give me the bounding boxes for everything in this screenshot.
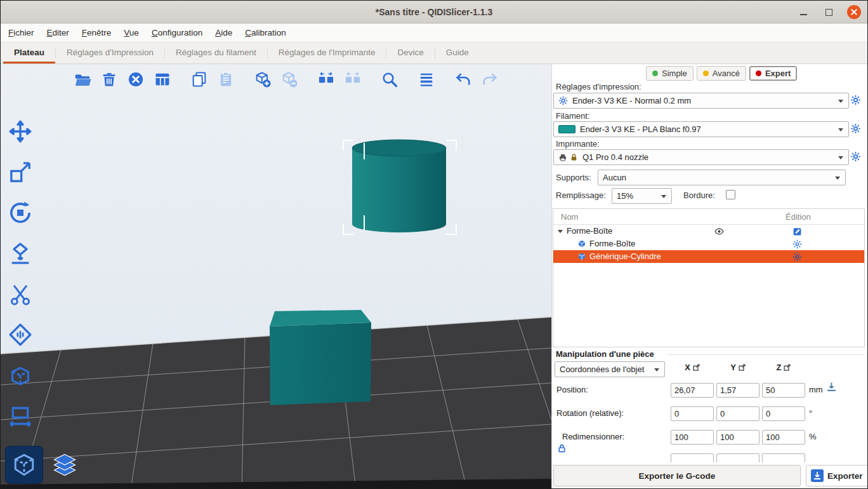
scale-unit: % bbox=[809, 432, 817, 441]
undo-button[interactable] bbox=[452, 68, 474, 91]
print-preset-combobox[interactable]: Ender-3 V3 KE - Normal 0.2 mm bbox=[553, 93, 849, 109]
printer-settings-gear-button[interactable] bbox=[850, 151, 862, 163]
gear-icon bbox=[558, 96, 568, 105]
part-row-generique-cylindre[interactable]: Générique-Cylindre bbox=[553, 250, 864, 263]
menu-calibration[interactable]: Calibration bbox=[239, 23, 293, 42]
menu-configuration[interactable]: Configuration bbox=[145, 23, 209, 42]
position-z-input[interactable] bbox=[762, 383, 805, 398]
gear-icon bbox=[850, 151, 861, 162]
menu-aide[interactable]: Aide bbox=[209, 23, 239, 42]
app-window: *Sans titre - QIDISlicer-1.1.3 Fichier E… bbox=[0, 0, 868, 489]
cylinder-object[interactable] bbox=[352, 140, 446, 232]
editor-3d-button[interactable] bbox=[6, 446, 43, 483]
undo-icon bbox=[454, 70, 472, 88]
main-area: Simple Avancé Expert Réglages d'impressi… bbox=[1, 64, 868, 489]
remove-instance-button[interactable] bbox=[279, 68, 300, 91]
side-panel: Simple Avancé Expert Réglages d'impressi… bbox=[551, 64, 868, 489]
axis-copy-icon[interactable] bbox=[693, 364, 700, 371]
redo-button[interactable] bbox=[479, 68, 501, 91]
filament-settings-gear-button[interactable] bbox=[850, 123, 862, 135]
arrange-button[interactable] bbox=[152, 68, 173, 91]
mode-expert-button[interactable]: Expert bbox=[749, 66, 797, 81]
menu-fichier[interactable]: Fichier bbox=[2, 23, 41, 42]
paste-button[interactable] bbox=[215, 68, 237, 91]
position-y-input[interactable] bbox=[716, 383, 760, 398]
scene-canvas[interactable] bbox=[1, 64, 551, 489]
uniform-scale-lock-icon[interactable] bbox=[557, 443, 567, 453]
drop-to-bed-icon[interactable] bbox=[826, 382, 837, 392]
simple-dot-icon bbox=[652, 70, 658, 76]
tab-plateau[interactable]: Plateau bbox=[3, 43, 55, 64]
position-unit: mm bbox=[809, 385, 823, 394]
delete-all-icon bbox=[127, 70, 145, 88]
part-row-forme-boite[interactable]: Forme-Boîte bbox=[553, 238, 864, 250]
mode-advanced-button[interactable]: Avancé bbox=[697, 66, 746, 81]
tab-guide[interactable]: Guide bbox=[435, 43, 480, 64]
preview-button[interactable] bbox=[46, 446, 83, 483]
export-icon bbox=[811, 469, 824, 482]
place-on-face-icon bbox=[8, 241, 33, 266]
rotate-icon bbox=[8, 200, 33, 225]
copy-button[interactable] bbox=[188, 68, 210, 91]
rotation-z-input[interactable] bbox=[762, 406, 805, 421]
rotation-x-input[interactable] bbox=[671, 406, 714, 421]
coordinate-system-combobox[interactable]: Coordonnées de l'objet bbox=[555, 361, 665, 377]
menu-editer[interactable]: Editer bbox=[41, 23, 76, 42]
delete-all-button[interactable] bbox=[125, 68, 147, 91]
mirror-button[interactable] bbox=[6, 401, 35, 431]
scale-z-input[interactable] bbox=[762, 430, 805, 445]
axis-copy-icon[interactable] bbox=[784, 364, 791, 371]
tab-reglages-imprimante[interactable]: Réglages de l'Imprimante bbox=[268, 43, 386, 64]
measure-button[interactable] bbox=[6, 361, 35, 390]
expander-icon[interactable] bbox=[558, 230, 563, 233]
axis-y-header: Y bbox=[716, 363, 760, 372]
window-controls bbox=[796, 1, 861, 23]
edit-object-icon[interactable] bbox=[792, 227, 802, 236]
supports-combobox[interactable]: Aucun bbox=[598, 170, 846, 185]
filament-preset-combobox[interactable]: Ender-3 V3 KE - PLA Blanc f0.97 bbox=[553, 121, 849, 137]
object-list: Nom Édition Forme-Boîte Forme-Boîte Géné bbox=[553, 208, 865, 347]
layers-icon bbox=[418, 70, 435, 88]
editor-3d-cube-icon bbox=[10, 451, 38, 479]
minimize-button[interactable] bbox=[796, 5, 810, 19]
object-row-forme-boite[interactable]: Forme-Boîte bbox=[553, 225, 864, 238]
infill-combobox[interactable]: 15% bbox=[612, 188, 672, 204]
printer-preset-combobox[interactable]: Q1 Pro 0.4 nozzle bbox=[553, 149, 849, 165]
add-instance-button[interactable] bbox=[252, 68, 273, 91]
mode-simple-button[interactable]: Simple bbox=[646, 66, 694, 81]
part-settings-gear-icon[interactable] bbox=[792, 252, 802, 262]
axis-copy-icon[interactable] bbox=[739, 364, 746, 371]
delete-button[interactable] bbox=[98, 68, 120, 91]
split-to-objects-button[interactable] bbox=[315, 68, 337, 91]
export-gcode-button[interactable]: Exporter le G-code bbox=[553, 465, 801, 486]
printer-icon bbox=[558, 153, 567, 162]
menu-fenetre[interactable]: Fenêtre bbox=[76, 23, 118, 42]
scale-x-input[interactable] bbox=[671, 430, 714, 445]
tab-device[interactable]: Device bbox=[386, 43, 434, 64]
print-settings-gear-button[interactable] bbox=[850, 95, 862, 106]
part-settings-gear-icon[interactable] bbox=[792, 239, 802, 249]
close-button[interactable] bbox=[847, 5, 861, 19]
export-button[interactable]: Exporter bbox=[806, 465, 868, 486]
cut-button[interactable] bbox=[6, 279, 35, 309]
move-button[interactable] bbox=[6, 117, 35, 146]
viewport-3d[interactable] bbox=[1, 64, 551, 489]
place-on-face-button[interactable] bbox=[6, 239, 35, 268]
tab-reglages-filament[interactable]: Réglages du filament bbox=[165, 43, 267, 64]
tab-reglages-impression[interactable]: Réglages d'Impression bbox=[56, 43, 164, 64]
rotate-button[interactable] bbox=[6, 198, 35, 227]
paint-button[interactable] bbox=[6, 320, 35, 349]
position-x-input[interactable] bbox=[671, 383, 714, 398]
scale-y-input[interactable] bbox=[716, 430, 760, 445]
open-button[interactable] bbox=[72, 68, 93, 91]
eye-icon[interactable] bbox=[714, 227, 724, 236]
search-button[interactable] bbox=[379, 68, 400, 91]
menu-vue[interactable]: Vue bbox=[117, 23, 145, 42]
variable-layer-height-button[interactable] bbox=[416, 68, 437, 91]
maximize-button[interactable] bbox=[822, 5, 836, 19]
cube-object[interactable] bbox=[270, 310, 371, 405]
split-to-parts-button[interactable] bbox=[342, 68, 364, 91]
brim-checkbox[interactable] bbox=[726, 190, 735, 199]
rotation-y-input[interactable] bbox=[716, 406, 760, 421]
scale-button[interactable] bbox=[6, 157, 35, 187]
